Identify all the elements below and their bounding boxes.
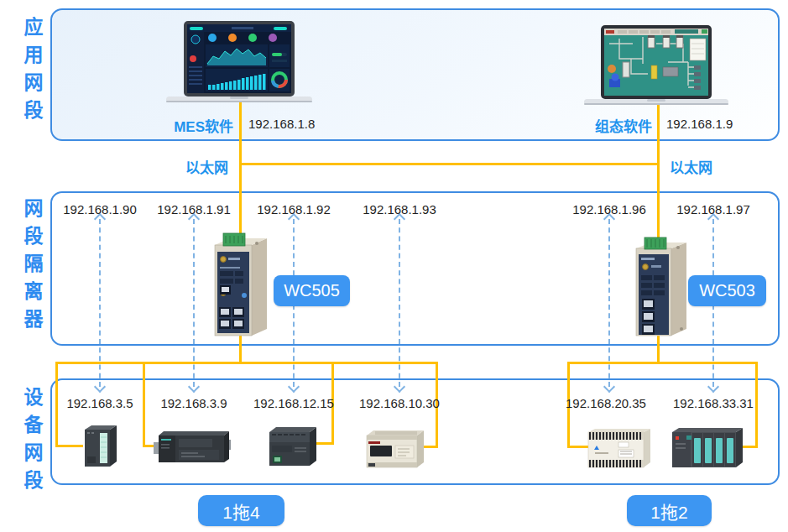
arrow-down-icon [288,381,300,393]
device-ip-label: 192.168.20.35 [566,396,646,410]
group1-stub1-line [55,445,83,447]
group1-drop2-line [143,362,145,446]
mes-laptop-image [166,21,312,107]
section-label-isolator: 网段隔离器 [21,198,43,336]
group2-drop2-line [755,362,758,448]
wan-ip-label: 192.168.1.91 [157,202,231,216]
wan-ip-label: 192.168.1.90 [63,202,137,216]
arrow-down-icon [188,381,200,393]
wc503-model-badge: WC503 [688,275,766,306]
wan-ip-label: 192.168.1.96 [572,202,646,216]
wc505-model-badge: WC505 [274,275,350,306]
arrow-down-icon [394,381,405,393]
section-label-application: 应用网段 [21,17,43,128]
device-ip-label: 192.168.3.9 [160,396,227,410]
arrow-down-icon [94,381,106,393]
device-ip-label: 192.168.3.5 [66,396,133,410]
isolation-arrow-2 [188,215,200,391]
isolation-arrow-1 [94,215,106,391]
plc-siemens-s7200-image [154,427,231,466]
arrow-down-icon [603,381,615,393]
plc-mitsubishi-fx-image [363,427,427,469]
ethernet-label-left: 以太网 [151,156,228,177]
wc503-gateway-image [628,235,695,342]
section-label-device: 设备网段 [21,387,43,498]
isolation-arrow-4 [394,215,405,391]
scada-software-label: 组态软件 [561,115,652,136]
wan-ip-label: 192.168.1.97 [676,202,750,216]
ethernet-backbone-line [239,163,660,165]
group2-ratio-badge: 1拖2 [627,495,712,526]
group2-bus-line [567,362,758,364]
plc-siemens-sm-image [81,423,118,470]
network-topology-diagram: 应用网段 网段隔离器 设备网段 [0,0,788,532]
scada-ip-label: 192.168.1.9 [666,117,733,131]
group1-bus-line [55,362,438,364]
scada-laptop-image [584,25,728,109]
mes-software-label: MES软件 [143,115,233,136]
plc-siemens-s71200-image [264,424,320,467]
device-ip-label: 192.168.12.15 [253,396,334,410]
group1-ratio-badge: 1拖4 [198,495,284,526]
wan-ip-label: 192.168.1.93 [363,202,436,216]
device-ip-label: 192.168.33.31 [673,396,754,410]
plc-delta-dvp-image [585,425,654,471]
isolation-arrow-5 [603,215,615,391]
device-ip-label: 192.168.10.30 [359,396,440,410]
group1-drop1-line [55,362,58,446]
arrow-down-icon [707,381,719,393]
mes-ip-label: 192.168.1.8 [248,117,315,131]
wan-ip-label: 192.168.1.92 [257,202,331,216]
plc-mitsubishi-q-image [669,425,744,469]
wc505-gateway-image [205,230,275,342]
ethernet-label-right: 以太网 [670,156,712,177]
